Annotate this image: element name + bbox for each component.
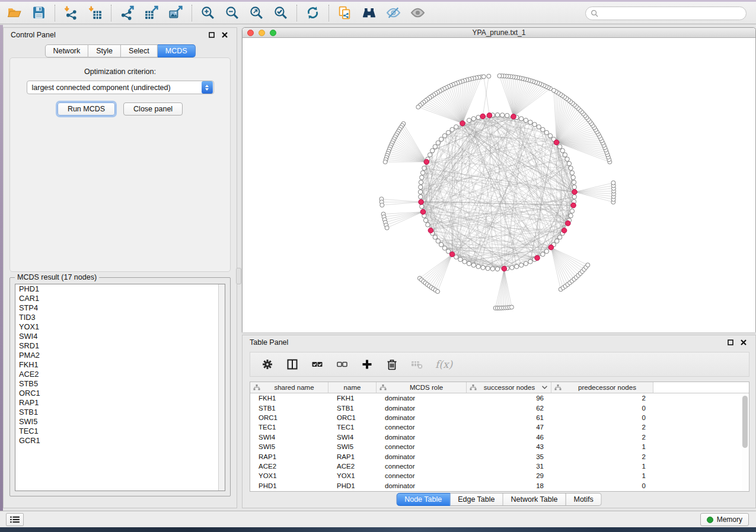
network-node[interactable] bbox=[563, 153, 567, 157]
show-panels-button[interactable] bbox=[6, 513, 24, 526]
network-node[interactable] bbox=[544, 130, 548, 134]
delete-table-button[interactable] bbox=[410, 358, 423, 371]
network-node[interactable] bbox=[524, 118, 528, 122]
network-node[interactable] bbox=[524, 261, 528, 265]
network-node[interactable] bbox=[419, 180, 423, 184]
network-node[interactable] bbox=[495, 113, 499, 117]
network-window-titlebar[interactable]: YPA_prune.txt_1 bbox=[243, 28, 755, 38]
column-header[interactable]: name bbox=[328, 382, 377, 393]
zoom-fit-button[interactable] bbox=[244, 4, 269, 23]
network-node[interactable] bbox=[433, 145, 437, 149]
zoom-in-button[interactable] bbox=[196, 4, 220, 23]
leaf-node[interactable] bbox=[481, 75, 486, 79]
tab-mcds[interactable]: MCDS bbox=[158, 44, 196, 57]
table-row[interactable]: TEC1TEC1connector472 bbox=[250, 422, 749, 432]
mcds-hub-node[interactable] bbox=[420, 209, 426, 214]
mcds-result-item[interactable]: STB5 bbox=[15, 379, 225, 389]
table-row[interactable]: SWI5SWI5connector431 bbox=[250, 442, 749, 451]
mcds-hub-node[interactable] bbox=[535, 255, 540, 261]
leaf-node[interactable] bbox=[383, 160, 387, 164]
mcds-result-item[interactable]: PMA2 bbox=[15, 351, 225, 360]
network-node[interactable] bbox=[439, 137, 444, 141]
leaf-node[interactable] bbox=[436, 290, 440, 294]
network-node[interactable] bbox=[471, 117, 476, 121]
table-row[interactable]: RAP1RAP1dominator352 bbox=[250, 451, 749, 461]
splitter-grip[interactable] bbox=[236, 268, 241, 284]
mcds-result-item[interactable]: FKH1 bbox=[15, 360, 225, 370]
column-header[interactable]: MCDS role bbox=[377, 382, 467, 393]
tab-select[interactable]: Select bbox=[121, 44, 158, 57]
delete-column-button[interactable] bbox=[385, 358, 398, 371]
mcds-hub-node[interactable] bbox=[480, 114, 486, 119]
table-scrollbar[interactable] bbox=[742, 394, 748, 491]
network-node[interactable] bbox=[458, 257, 462, 261]
network-node[interactable] bbox=[500, 113, 505, 117]
network-node[interactable] bbox=[560, 149, 564, 153]
mcds-result-item[interactable]: YOX1 bbox=[15, 322, 225, 332]
leaf-node[interactable] bbox=[611, 181, 615, 185]
mcds-hub-node[interactable] bbox=[424, 159, 429, 165]
zoom-out-button[interactable] bbox=[220, 4, 244, 23]
table-row[interactable]: PHD1PHD1dominator180 bbox=[250, 481, 749, 491]
network-node[interactable] bbox=[565, 157, 569, 161]
network-node[interactable] bbox=[476, 115, 480, 119]
network-node[interactable] bbox=[420, 204, 424, 209]
mcds-hub-node[interactable] bbox=[449, 252, 455, 257]
network-node[interactable] bbox=[541, 252, 545, 257]
leaf-node[interactable] bbox=[586, 263, 590, 267]
network-node[interactable] bbox=[454, 125, 458, 129]
leaf-node[interactable] bbox=[497, 74, 502, 78]
network-node[interactable] bbox=[570, 209, 574, 213]
select-all-button[interactable] bbox=[311, 358, 324, 371]
mcds-result-item[interactable]: STB1 bbox=[15, 408, 225, 417]
network-node[interactable] bbox=[572, 185, 576, 189]
network-node[interactable] bbox=[519, 263, 524, 267]
leaf-node[interactable] bbox=[487, 74, 491, 78]
mcds-hub-node[interactable] bbox=[562, 228, 567, 233]
network-node[interactable] bbox=[471, 263, 476, 267]
mcds-hub-node[interactable] bbox=[548, 245, 554, 250]
network-node[interactable] bbox=[558, 145, 562, 149]
network-node[interactable] bbox=[510, 265, 514, 270]
first-neighbors-button[interactable] bbox=[357, 4, 381, 23]
split-columns-button[interactable] bbox=[286, 358, 299, 371]
network-node[interactable] bbox=[571, 175, 575, 180]
table-row[interactable]: ACE2ACE2connector311 bbox=[250, 462, 749, 471]
network-node[interactable] bbox=[442, 134, 446, 138]
mcds-hub-node[interactable] bbox=[428, 228, 433, 233]
mcds-hub-node[interactable] bbox=[511, 114, 516, 120]
search-field[interactable] bbox=[585, 7, 747, 20]
mcds-result-item[interactable]: STP4 bbox=[15, 303, 225, 313]
table-settings-button[interactable] bbox=[261, 358, 274, 371]
network-node[interactable] bbox=[476, 264, 480, 268]
network-node[interactable] bbox=[570, 171, 574, 175]
mcds-result-item[interactable]: SWI4 bbox=[15, 332, 225, 341]
tab-network-table[interactable]: Network Table bbox=[503, 493, 566, 506]
show-all-button[interactable] bbox=[406, 4, 430, 23]
table-row[interactable]: YOX1YOX1connector291 bbox=[250, 471, 749, 480]
tab-style[interactable]: Style bbox=[88, 44, 121, 57]
mcds-result-item[interactable]: SWI5 bbox=[15, 417, 225, 427]
table-row[interactable]: SWI4SWI4dominator462 bbox=[250, 432, 749, 442]
mcds-hub-node[interactable] bbox=[487, 113, 492, 118]
duplicate-network-button[interactable] bbox=[333, 4, 357, 23]
network-node[interactable] bbox=[420, 175, 424, 180]
mcds-result-item[interactable]: ACE2 bbox=[15, 370, 225, 379]
function-builder-button[interactable]: f(x) bbox=[435, 358, 452, 370]
network-node[interactable] bbox=[555, 239, 559, 243]
network-node[interactable] bbox=[486, 266, 490, 270]
network-node[interactable] bbox=[558, 235, 562, 239]
network-node[interactable] bbox=[446, 130, 450, 134]
export-image-button[interactable] bbox=[164, 4, 188, 23]
network-node[interactable] bbox=[436, 239, 440, 243]
leaf-node[interactable] bbox=[385, 226, 389, 230]
network-node[interactable] bbox=[420, 171, 425, 175]
network-node[interactable] bbox=[515, 264, 519, 268]
network-canvas[interactable] bbox=[243, 38, 755, 332]
deselect-all-button[interactable] bbox=[336, 358, 349, 371]
network-node[interactable] bbox=[439, 242, 444, 246]
network-node[interactable] bbox=[419, 195, 423, 199]
network-node[interactable] bbox=[462, 259, 467, 264]
network-node[interactable] bbox=[430, 149, 435, 153]
network-node[interactable] bbox=[505, 113, 509, 117]
